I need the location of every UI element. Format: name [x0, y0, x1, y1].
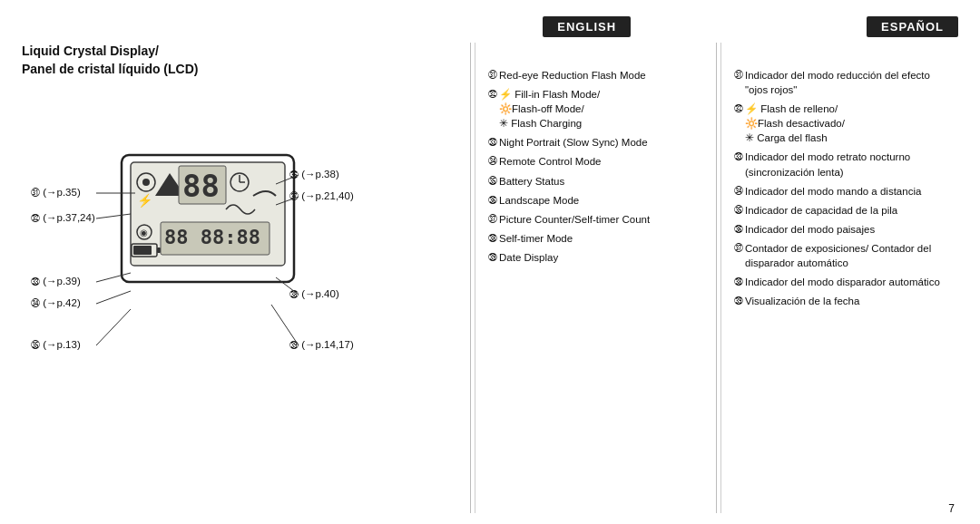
callout-37-right: ㊲ (→p.21,40)	[289, 190, 354, 201]
spanish-column: ㉛ Indicador del modo reducción del efect…	[720, 43, 958, 513]
es-item-37: ㊲ Contador de exposiciones/ Contador del…	[734, 241, 951, 270]
svg-point-3	[142, 179, 150, 186]
english-spanish-divider	[470, 43, 471, 513]
svg-text:⚡: ⚡	[137, 193, 153, 209]
en-item-32: ㉜ ⚡ Fill-in Flash Mode/🔆Flash-off Mode/✳…	[488, 87, 705, 131]
es-item-35: ㉟ Indicador de capacidad de la pila	[734, 203, 951, 218]
es-item-36: ㊱ Indicador del modo paisajes	[734, 222, 951, 237]
english-column: ㉛ Red-eye Reduction Flash Mode ㉜ ⚡ Fill-…	[475, 43, 712, 513]
main-content: Liquid Crystal Display/ Panel de cristal…	[22, 43, 958, 513]
language-tabs: ENGLISH ESPAÑOL	[543, 16, 958, 37]
en-item-37: ㊲ Picture Counter/Self-timer Count	[488, 212, 705, 227]
callout-35-left: ㉟ (→p.13)	[31, 339, 81, 350]
es-item-31: ㉛ Indicador del modo reducción del efect…	[734, 68, 951, 97]
en-item-36: ㊱ Landscape Mode	[488, 193, 705, 208]
en-item-38: ㊳ Self-timer Mode	[488, 231, 705, 246]
svg-line-22	[96, 309, 131, 345]
en-item-39: ㊴ Date Display	[488, 250, 705, 265]
spanish-tab: ESPAÑOL	[867, 16, 958, 37]
lcd-diagram-svg: ⚡ ◉ 88 88 88:88	[117, 146, 299, 291]
callout-31-left: ㉛ (→p.35)	[31, 187, 81, 198]
page-number: 7	[948, 502, 955, 515]
en-item-35: ㉟ Battery Status	[488, 174, 705, 189]
left-panel: Liquid Crystal Display/ Panel de cristal…	[22, 43, 466, 513]
callout-38-right: ㊳ (→p.40)	[289, 288, 339, 299]
svg-text:◉: ◉	[140, 228, 148, 238]
callout-32-left: ㉜ (→p.37,24)	[31, 212, 95, 223]
page-container: ENGLISH ESPAÑOL Liquid Crystal Display/ …	[0, 0, 980, 524]
es-item-34: ㉞ Indicador del modo mando a distancia	[734, 184, 951, 199]
en-item-33: ㉝ Night Portrait (Slow Sync) Mode	[488, 135, 705, 150]
es-item-38: ㊳ Indicador del modo disparador automáti…	[734, 275, 951, 289]
svg-line-21	[96, 291, 131, 304]
svg-rect-9	[157, 247, 161, 253]
svg-text:88 88:88: 88 88:88	[164, 226, 260, 248]
svg-text:88: 88	[182, 168, 220, 204]
en-item-31: ㉛ Red-eye Reduction Flash Mode	[488, 68, 705, 82]
english-tab: ENGLISH	[543, 16, 631, 37]
en-item-34: ㉞ Remote Control Mode	[488, 154, 705, 169]
header-row: ENGLISH ESPAÑOL	[22, 16, 958, 37]
col-divider-2	[716, 43, 717, 513]
section-title: Liquid Crystal Display/ Panel de cristal…	[22, 43, 466, 78]
es-item-33: ㉝ Indicador del modo retrato nocturno (s…	[734, 150, 951, 179]
es-item-32: ㉜ ⚡ Flash de relleno/🔆Flash desactivado/…	[734, 102, 951, 145]
callout-34-left: ㉞ (→p.42)	[31, 297, 81, 308]
callout-33-left: ㉝ (→p.39)	[31, 276, 81, 286]
callout-39-right: ㊴ (→p.14,17)	[289, 339, 354, 350]
diagram-area: ㉛ (→p.35) ㉜ (→p.37,24) ㉝ (→p.39) ㉞ (→p.4…	[31, 96, 430, 404]
svg-rect-10	[133, 246, 152, 255]
es-item-39: ㊴ Visualización de la fecha	[734, 294, 951, 308]
callout-36-right: ㊱ (→p.38)	[289, 169, 339, 180]
